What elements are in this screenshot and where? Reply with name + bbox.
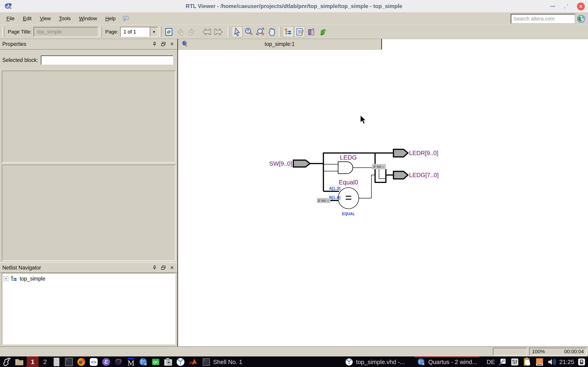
tree-expander-icon[interactable]: + [4, 276, 8, 281]
file-cabinet-icon[interactable] [52, 357, 61, 367]
quartus-launcher-icon[interactable] [138, 357, 148, 367]
zoom-selection-tool-button[interactable] [255, 27, 266, 37]
next-page-icon [214, 27, 223, 36]
schematic-canvas[interactable]: top_simple:1 [178, 39, 588, 346]
port-b-label: B[1..0] [329, 196, 340, 200]
forward-button[interactable] [187, 27, 197, 37]
equal-label: Equal0 [339, 179, 358, 186]
quartus-icon [417, 357, 426, 367]
menu-help[interactable]: Help [102, 14, 119, 23]
birds-eye-view-button[interactable] [317, 27, 328, 37]
close-button[interactable]: ✕ [577, 2, 585, 10]
taskbar: 1 2 >_ <> Ɛ M QC [0, 357, 588, 367]
properties-panel-title: Properties [2, 41, 26, 47]
desktop-logo-icon[interactable] [2, 357, 12, 367]
minimize-button[interactable] [550, 6, 555, 7]
back-icon [176, 27, 185, 36]
power-switch-icon[interactable] [577, 357, 587, 367]
settings-tool-icon[interactable] [497, 357, 507, 367]
toolbar-grip[interactable] [2, 27, 5, 37]
zoom-selection-tool-icon [255, 27, 265, 36]
hierarchy-list-button[interactable] [283, 27, 294, 37]
float-window-icon[interactable] [161, 42, 166, 47]
editor-app-icon [345, 357, 354, 367]
firefox-icon[interactable] [76, 357, 86, 367]
next-page-button[interactable] [213, 27, 224, 37]
close-panel-icon[interactable]: ✕ [170, 265, 174, 270]
svg-text:>_: >_ [66, 358, 69, 361]
matlab-icon[interactable] [188, 357, 198, 367]
file-manager-folder-icon[interactable] [14, 357, 24, 367]
netlist-swap-button[interactable] [306, 27, 317, 37]
editor-app-icon[interactable] [175, 357, 186, 367]
output-pin-ledr[interactable] [393, 149, 408, 157]
page-select[interactable]: 1 of 1 ▼ [120, 27, 158, 37]
refresh-button[interactable] [164, 27, 174, 37]
maximize-button[interactable] [564, 4, 569, 9]
terminal-launcher-icon[interactable]: >_ [64, 357, 74, 367]
menu-edit[interactable]: Edit [19, 14, 35, 23]
pan-tool-button[interactable] [267, 27, 277, 37]
workspace-2-button[interactable]: 2 [41, 357, 49, 367]
output-pin-ledg[interactable] [393, 171, 408, 179]
pin-icon[interactable] [152, 42, 157, 47]
constant-tag-b[interactable]: 2' h3 -- [317, 198, 330, 203]
menu-window[interactable]: Window [76, 14, 100, 23]
camera-screenshot-icon[interactable] [163, 357, 173, 367]
selection-tool-button[interactable] [232, 27, 242, 37]
qc-app-icon[interactable]: QC [151, 357, 161, 367]
web-search-globe-icon[interactable] [577, 14, 586, 23]
toolbar-grip[interactable] [100, 27, 102, 37]
page-label: Page: [105, 29, 119, 35]
previous-page-button[interactable] [202, 27, 212, 37]
pushpin-icon[interactable] [181, 40, 188, 48]
search-input[interactable] [511, 14, 575, 24]
page-title-label: Page Title: [8, 29, 32, 35]
hierarchy-list-icon [284, 27, 293, 36]
clock[interactable]: 21:25 [559, 359, 574, 366]
float-window-icon[interactable] [161, 265, 166, 270]
properties-content-area-lower [2, 165, 175, 261]
purple-app-icon[interactable] [113, 357, 124, 367]
task-editor[interactable]: top_simple.vhd -... [343, 357, 406, 367]
refresh-icon [164, 27, 173, 36]
tab-top-simple-1[interactable]: top_simple:1 [178, 39, 382, 50]
and-gate[interactable] [338, 162, 353, 174]
audio-mixer-icon[interactable] [510, 357, 520, 367]
rtl-schematic: SW[9..0] LEDR[9..0] LEDG[7..0] LEDG 3' h… [264, 145, 448, 223]
left-dock: Properties ✕ Selected block: Netlis [0, 39, 178, 346]
chevron-down-icon[interactable]: ▼ [150, 27, 157, 36]
task-shell[interactable]: >_ Shell No. 1 [200, 357, 244, 367]
back-button[interactable] [175, 27, 186, 37]
workspace-1-button[interactable]: 1 [27, 357, 39, 367]
m-letter-app-icon[interactable]: M [126, 357, 136, 367]
menu-file[interactable]: File [3, 14, 18, 23]
zoom-tool-button[interactable] [243, 27, 254, 37]
constant-tag-bus-text: 3' h5 -- [373, 165, 384, 169]
clipboard-icon[interactable] [522, 357, 532, 367]
tree-item-top-simple[interactable]: + top_simple [4, 275, 174, 282]
close-panel-icon[interactable]: ✕ [170, 42, 174, 47]
constant-tag-bus[interactable]: 3' h5 -- [372, 164, 386, 169]
toolbar-grip[interactable] [279, 27, 281, 37]
toolbar-grip[interactable] [228, 27, 230, 37]
menu-view[interactable]: View [36, 14, 54, 23]
code-editor-icon[interactable]: <> [89, 357, 99, 367]
properties-panel-header: Properties ✕ [0, 39, 177, 50]
volume-icon[interactable] [547, 357, 557, 367]
birds-eye-view-parrot-icon [318, 27, 327, 36]
feedback-bubble-icon[interactable] [122, 15, 129, 22]
keyboard-layout-indicator[interactable]: DE [487, 359, 495, 366]
toolbar-grip[interactable] [159, 27, 162, 37]
terminal-icon: >_ [202, 357, 211, 367]
input-pin-sw-label: SW[9..0] [269, 160, 292, 167]
selected-block-input[interactable] [41, 56, 173, 65]
input-pin-sw[interactable] [293, 160, 310, 167]
menu-tools[interactable]: Tools [56, 14, 74, 23]
pin-icon[interactable] [152, 265, 157, 270]
emacs-icon[interactable]: Ɛ [101, 357, 111, 367]
property-view-button[interactable] [294, 27, 305, 37]
netlist-swap-icon [307, 27, 316, 36]
orange-app-icon[interactable] [535, 357, 545, 367]
task-quartus[interactable]: Quartus - 2 wind... [415, 357, 478, 367]
